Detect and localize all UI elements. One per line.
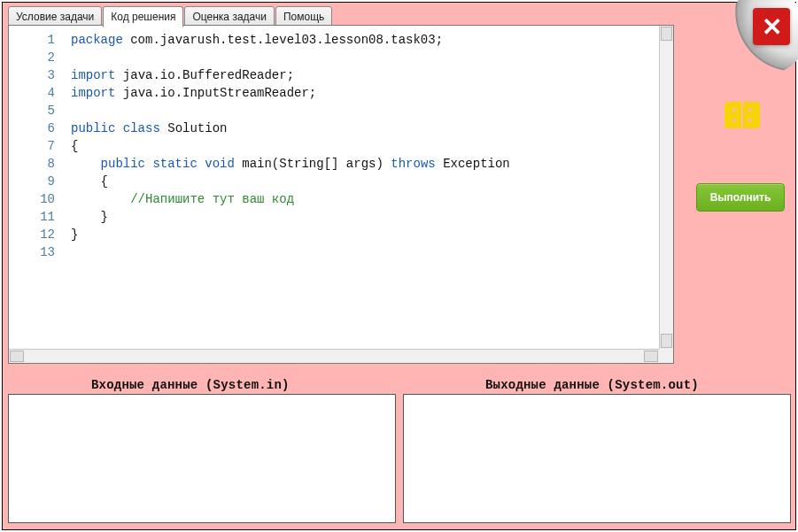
line-gutter: 12345678910111213 [9, 26, 62, 349]
output-textarea[interactable] [403, 394, 791, 523]
line-number: 6 [9, 120, 55, 137]
output-label: Выходные данные (System.out) [485, 378, 699, 392]
line-number: 10 [9, 190, 55, 208]
line-number: 12 [9, 226, 55, 243]
code-area[interactable]: package com.javarush.test.level03.lesson… [62, 26, 659, 349]
code-line: //Напишите тут ваш код [71, 190, 659, 208]
line-number: 7 [9, 137, 55, 155]
line-number: 8 [9, 155, 55, 173]
code-editor[interactable]: 12345678910111213 package com.javarush.t… [8, 25, 674, 364]
code-line: } [71, 208, 659, 226]
line-number: 13 [9, 243, 55, 261]
line-number: 2 [9, 49, 55, 66]
close-icon: ✕ [762, 12, 782, 42]
horizontal-scrollbar[interactable] [9, 349, 659, 363]
run-button[interactable]: Выполнить [696, 183, 785, 212]
code-line: import java.io.BufferedReader; [71, 66, 659, 84]
code-line: { [71, 173, 659, 190]
input-label: Входные данные (System.in) [91, 378, 290, 392]
scroll-corner [659, 349, 673, 363]
code-line: import java.io.InputStreamReader; [71, 84, 659, 102]
app-window: Условие задачиКод решенияОценка задачиПо… [2, 2, 796, 530]
line-number: 4 [9, 84, 55, 102]
close-button[interactable]: ✕ [753, 8, 790, 45]
code-line [71, 49, 659, 66]
code-line [71, 243, 659, 261]
input-textarea[interactable] [8, 394, 396, 523]
line-number: 1 [9, 31, 55, 49]
code-line: { [71, 137, 659, 155]
code-line: } [71, 226, 659, 243]
code-line: public class Solution [71, 120, 659, 137]
line-number: 9 [9, 173, 55, 190]
run-button-label: Выполнить [710, 191, 771, 204]
vertical-scrollbar[interactable] [659, 26, 673, 349]
ticket-icon[interactable] [724, 102, 760, 128]
code-line [71, 102, 659, 120]
line-number: 3 [9, 66, 55, 84]
line-number: 5 [9, 102, 55, 120]
code-line: public static void main(String[] args) t… [71, 155, 659, 173]
line-number: 11 [9, 208, 55, 226]
tab-1[interactable]: Код решения [103, 6, 183, 27]
code-line: package com.javarush.test.level03.lesson… [71, 31, 659, 49]
page-curl-corner: ✕ [726, 1, 797, 72]
